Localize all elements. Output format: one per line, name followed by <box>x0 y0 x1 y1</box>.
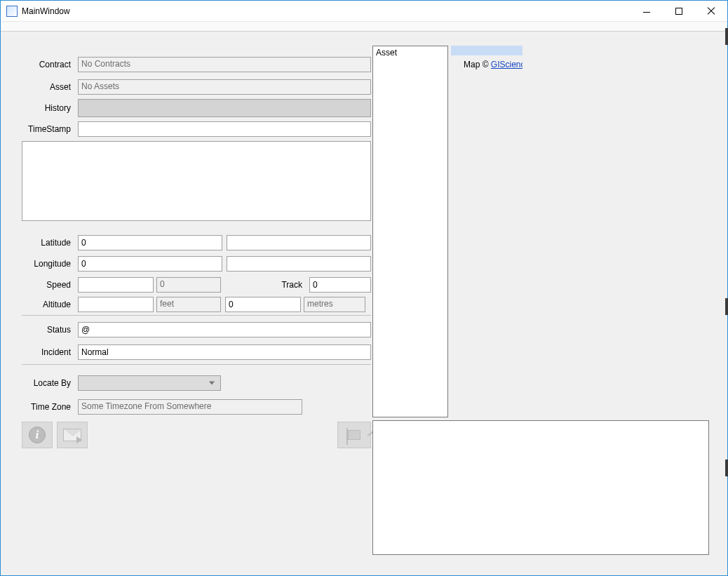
window-controls <box>631 1 727 21</box>
info-button[interactable]: i <box>22 422 53 448</box>
status-field[interactable] <box>78 322 371 337</box>
send-button[interactable] <box>57 422 88 448</box>
latitude-b-field[interactable] <box>227 235 371 250</box>
flag-icon <box>348 430 360 440</box>
time-zone-field[interactable]: Some Timezone From Somewhere <box>78 399 302 415</box>
altitude-b-field[interactable] <box>225 297 301 312</box>
edge-bump <box>725 460 728 476</box>
arrow-right-icon <box>76 436 82 443</box>
chevron-down-icon <box>209 382 215 385</box>
close-button[interactable] <box>695 1 727 21</box>
label-longitude: Longitude <box>18 259 78 269</box>
map-credit-prefix: Map © <box>464 60 491 69</box>
label-altitude: Altitude <box>18 300 78 309</box>
speed-b-field[interactable]: 0 <box>156 277 221 293</box>
label-timestamp: TimeStamp <box>18 124 78 134</box>
map-credit-link[interactable]: GIScience Re <box>491 60 523 69</box>
label-time-zone: Time Zone <box>18 402 78 412</box>
altitude-a-field[interactable] <box>78 297 154 312</box>
speed-a-field[interactable] <box>78 277 154 293</box>
label-latitude: Latitude <box>18 238 78 248</box>
asset-field[interactable]: No Assets <box>78 79 371 95</box>
label-locate-by: Locate By <box>18 378 78 388</box>
label-track: Track <box>221 280 309 290</box>
label-asset: Asset <box>18 82 78 92</box>
toolbar <box>1 22 727 32</box>
divider-1 <box>22 315 371 316</box>
history-field[interactable] <box>78 99 371 117</box>
label-status: Status <box>18 325 78 335</box>
altitude-unit-field[interactable]: feet <box>156 297 221 312</box>
label-speed: Speed <box>18 280 78 290</box>
longitude-b-field[interactable] <box>227 256 371 272</box>
maximize-button[interactable] <box>663 1 695 21</box>
timestamp-field[interactable] <box>78 121 371 137</box>
bottom-panel[interactable] <box>372 420 709 555</box>
label-contract: Contract <box>18 60 78 69</box>
mail-icon <box>63 429 81 441</box>
latitude-a-field[interactable] <box>78 235 222 250</box>
label-incident: Incident <box>18 347 78 357</box>
window-frame: MainWindow Contract No Contracts Asset N… <box>0 0 728 576</box>
altitude-unit2-field[interactable]: metres <box>304 297 365 312</box>
divider-2 <box>22 364 371 365</box>
asset-list[interactable]: Asset <box>372 46 448 417</box>
close-icon <box>707 7 715 15</box>
incident-field[interactable] <box>78 344 371 360</box>
map-credit: Map © GIScience Re <box>464 60 523 69</box>
window-title: MainWindow <box>22 6 631 16</box>
contract-field[interactable]: No Contracts <box>78 57 371 72</box>
longitude-a-field[interactable] <box>78 256 222 272</box>
minimize-button[interactable] <box>631 1 663 21</box>
maximize-icon <box>675 8 682 15</box>
titlebar[interactable]: MainWindow <box>1 1 727 22</box>
label-history: History <box>18 103 78 113</box>
locate-by-combo[interactable] <box>78 375 221 391</box>
details-textarea[interactable] <box>22 141 371 221</box>
app-icon <box>6 6 18 17</box>
track-field[interactable] <box>309 277 371 293</box>
edge-bump <box>725 298 728 315</box>
flag-button[interactable] <box>337 422 371 448</box>
client-area: Contract No Contracts Asset No Assets Hi… <box>1 32 727 575</box>
map-selection-strip <box>451 46 523 55</box>
minimize-icon <box>643 12 650 13</box>
asset-list-header: Asset <box>376 48 445 58</box>
info-icon: i <box>29 427 46 443</box>
edge-bump <box>725 28 728 45</box>
